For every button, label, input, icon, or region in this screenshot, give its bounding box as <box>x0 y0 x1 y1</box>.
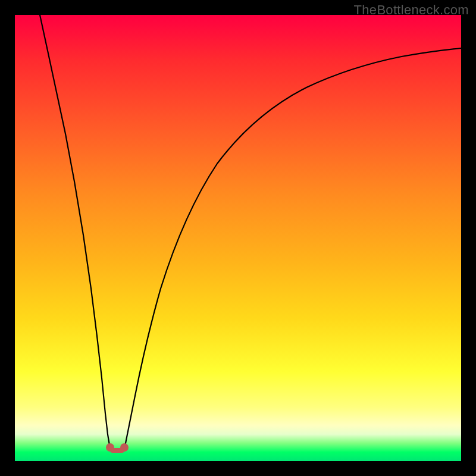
bottleneck-curve <box>15 15 461 461</box>
curve-right-branch <box>124 48 461 449</box>
chart-frame: TheBottleneck.com <box>0 0 476 476</box>
curve-left-branch <box>40 15 111 449</box>
optimal-marker-bridge <box>110 448 124 453</box>
plot-area <box>15 15 461 461</box>
